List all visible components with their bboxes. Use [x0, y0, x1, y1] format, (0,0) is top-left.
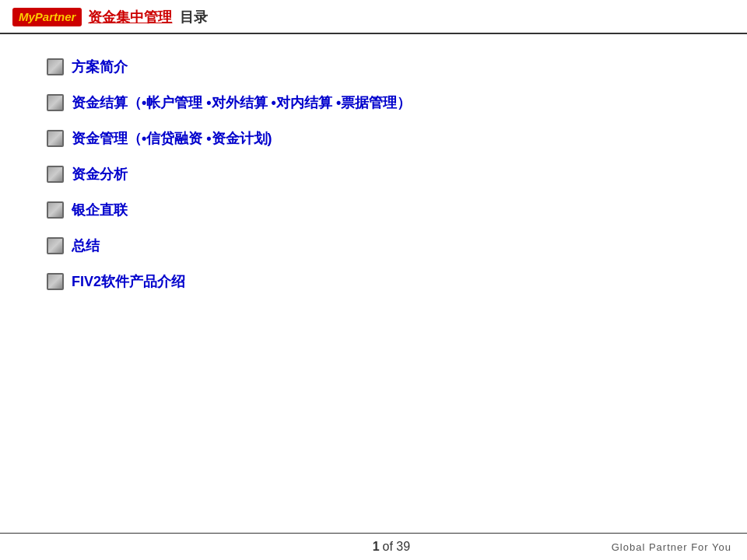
menu-link-5[interactable]: 银企直联 — [72, 201, 128, 219]
bullet-icon-7 — [47, 273, 64, 290]
footer-tagline: Global Partner For You — [612, 541, 731, 553]
menu-item-5[interactable]: 银企直联 — [47, 201, 700, 219]
bullet-icon-1 — [47, 58, 64, 75]
main-content: 方案简介 资金结算（•帐户管理 •对外结算 •对内结算 •票据管理） 资金管理（… — [0, 34, 747, 324]
footer-center: 1 of 39 — [373, 540, 411, 554]
menu-item-4[interactable]: 资金分析 — [47, 165, 700, 184]
menu-link-6[interactable]: 总结 — [72, 236, 100, 255]
logo-my: My — [19, 10, 35, 23]
page-number: 1 — [373, 540, 380, 554]
menu-item-2[interactable]: 资金结算（•帐户管理 •对外结算 •对内结算 •票据管理） — [47, 93, 700, 112]
menu-item-7[interactable]: FIV2软件产品介绍 — [47, 272, 700, 291]
menu-link-7[interactable]: FIV2软件产品介绍 — [72, 272, 185, 291]
header: MyPartner 资金集中管理 目录 — [0, 0, 747, 34]
logo-box: MyPartner — [12, 8, 82, 26]
menu-item-3[interactable]: 资金管理（•信贷融资 •资金计划) — [47, 129, 700, 148]
subtitle: 资金集中管理 — [88, 8, 172, 26]
menu-link-1[interactable]: 方案简介 — [72, 58, 128, 76]
of-text: of 39 — [383, 540, 411, 554]
bullet-icon-5 — [47, 201, 64, 219]
menu-item-1[interactable]: 方案简介 — [47, 58, 700, 76]
bullet-icon-6 — [47, 237, 64, 254]
bullet-icon-3 — [47, 130, 64, 147]
menu-link-3[interactable]: 资金管理（•信贷融资 •资金计划) — [72, 129, 272, 148]
menu-link-2[interactable]: 资金结算（•帐户管理 •对外结算 •对内结算 •票据管理） — [72, 93, 411, 112]
logo-partner: Partner — [35, 10, 76, 23]
header-title: 目录 — [180, 8, 208, 26]
menu-link-4[interactable]: 资金分析 — [72, 165, 128, 184]
bullet-icon-4 — [47, 166, 64, 183]
menu-item-6[interactable]: 总结 — [47, 236, 700, 255]
bullet-icon-2 — [47, 94, 64, 111]
logo-text: MyPartner — [19, 10, 75, 23]
footer: 1 of 39 Global Partner For You — [0, 533, 747, 560]
